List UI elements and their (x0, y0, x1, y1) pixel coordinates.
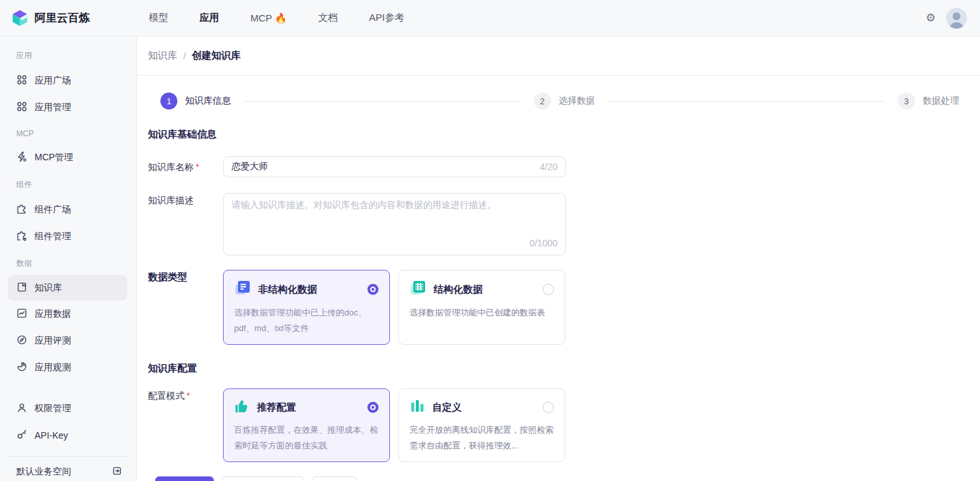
description-char-counter: 0/1000 (529, 238, 557, 248)
step-1-knowledge-base-info: 1 知识库信息 (160, 93, 231, 109)
name-field-label: 知识库名称* (148, 156, 223, 177)
step-1-number: 1 (160, 93, 177, 109)
card-title: 结构化数据 (434, 284, 535, 296)
step-1-label: 知识库信息 (185, 95, 231, 107)
workspace-switcher[interactable]: 默认业务空间 (0, 462, 136, 478)
sidebar-section-apps: 应用 (0, 42, 136, 67)
fire-icon: 🔥 (275, 12, 287, 24)
step-3-data-processing: 3 数据处理 (898, 93, 959, 109)
radio-selected-icon[interactable] (367, 401, 379, 413)
footer-actions: 下一步 创建空知识库 取消 (155, 476, 980, 481)
cancel-button[interactable]: 取消 (312, 476, 357, 481)
sidebar-item-mcp-management[interactable]: MCP管理 (0, 144, 136, 171)
workspace-label: 默认业务空间 (16, 466, 71, 478)
config-mode-label: 配置模式* (148, 388, 223, 462)
settings-gear-icon[interactable]: ⚙ (926, 12, 936, 23)
breadcrumb-separator: / (183, 50, 186, 61)
sidebar-item-app-observation[interactable]: 应用观测 (0, 354, 136, 381)
knowledge-base-name-input[interactable] (223, 156, 566, 177)
card-custom-config[interactable]: 自定义 完全开放的离线知识库配置，按照检索需求自由配置，获得推理效... (398, 388, 565, 462)
sidebar-item-component-management[interactable]: 组件管理 (0, 223, 136, 250)
card-title: 自定义 (432, 401, 535, 414)
sidebar-item-component-plaza[interactable]: 组件广场 (0, 196, 136, 223)
sidebar-item-label: 应用评测 (35, 335, 71, 347)
breadcrumb-parent[interactable]: 知识库 (148, 50, 177, 62)
config-mode-options: 推荐配置 百炼推荐配置，在效果、推理成本、检索时延等方面的最佳实践 自定义 完全… (223, 388, 565, 462)
sidebar-item-label: 应用广场 (35, 75, 71, 87)
step-2-label: 选择数据 (559, 95, 595, 107)
sidebar-item-app-plaza[interactable]: 应用广场 (0, 67, 136, 94)
card-title: 推荐配置 (257, 401, 360, 414)
nav-item-api-reference[interactable]: API参考 (369, 12, 404, 24)
puzzle-icon (16, 203, 27, 216)
create-empty-kb-button[interactable]: 创建空知识库 (222, 476, 304, 481)
step-3-label: 数据处理 (923, 95, 959, 107)
card-title: 非结构化数据 (258, 284, 360, 296)
nav-item-mcp[interactable]: MCP🔥 (250, 12, 287, 24)
card-unstructured-data[interactable]: 非结构化数据 选择数据管理功能中已上传的doc、pdf、md、txt等文件 (223, 270, 390, 345)
sidebar-item-label: API-Key (35, 430, 68, 441)
sidebar-item-label: 权限管理 (35, 403, 71, 415)
card-description: 选择数据管理功能中已创建的数据表 (409, 305, 554, 321)
data-type-label: 数据类型 (148, 270, 223, 345)
radio-selected-icon[interactable] (367, 284, 379, 295)
sidebar-section-components: 组件 (0, 171, 136, 196)
radio-unselected-icon[interactable] (542, 284, 554, 295)
sidebar: 应用 应用广场 应用管理 MCP MCP管理 组件 组件广场 组件管理 数据 知… (0, 36, 137, 481)
name-char-counter: 4/20 (540, 162, 557, 172)
table-icon (409, 280, 426, 299)
form-row-config-mode: 配置模式* 推荐配置 百炼推荐配置，在效果、推理成本、检索时延等方面的最佳实践 … (148, 388, 980, 462)
topbar-right: ⚙ (926, 8, 980, 29)
section-title-config: 知识库配置 (148, 362, 980, 375)
stepper: 1 知识库信息 2 选择数据 3 数据处理 (137, 76, 980, 111)
sidebar-section-data: 数据 (0, 250, 136, 275)
step-2-number: 2 (534, 93, 551, 109)
puzzle-icon (16, 230, 27, 243)
breadcrumb-current: 创建知识库 (192, 50, 241, 62)
main-content: 知识库 / 创建知识库 1 知识库信息 2 选择数据 3 数据处理 知识库基础信… (137, 0, 980, 481)
required-asterisk: * (186, 390, 190, 401)
sidebar-item-app-data[interactable]: 应用数据 (0, 300, 136, 327)
form-row-data-type: 数据类型 非结构化数据 选择数据管理功能中已上传的doc、pdf、md、txt等… (148, 270, 980, 345)
radio-unselected-icon[interactable] (542, 401, 554, 413)
step-3-number: 3 (898, 93, 915, 109)
name-field-wrap: 4/20 (223, 156, 566, 177)
required-asterisk: * (196, 162, 199, 172)
card-description: 选择数据管理功能中已上传的doc、pdf、md、txt等文件 (234, 305, 379, 336)
sidebar-item-knowledge-base[interactable]: 知识库 (8, 275, 127, 300)
breadcrumb: 知识库 / 创建知识库 (137, 36, 980, 76)
next-step-button[interactable]: 下一步 (155, 476, 214, 481)
apps-grid-icon (16, 101, 27, 114)
top-navigation-bar: 阿里云百炼 模型 应用 MCP🔥 文档 API参考 ⚙ (0, 0, 980, 36)
card-recommended-config[interactable]: 推荐配置 百炼推荐配置，在效果、推理成本、检索时延等方面的最佳实践 (223, 388, 390, 462)
card-description: 完全开放的离线知识库配置，按照检索需求自由配置，获得推理效... (409, 422, 554, 454)
sidebar-item-label: 组件广场 (35, 204, 71, 216)
nav-item-apps[interactable]: 应用 (200, 12, 219, 24)
sidebar-section-mcp: MCP (0, 121, 136, 144)
user-avatar[interactable] (946, 8, 967, 29)
sidebar-item-api-key[interactable]: API-Key (0, 422, 136, 448)
card-structured-data[interactable]: 结构化数据 选择数据管理功能中已创建的数据表 (398, 270, 565, 345)
sidebar-spacer (0, 381, 136, 395)
document-icon (234, 280, 251, 299)
sidebar-item-app-evaluation[interactable]: 应用评测 (0, 327, 136, 354)
sidebar-item-label: 知识库 (35, 282, 62, 294)
compass-icon (16, 334, 27, 347)
sidebar-divider (9, 456, 127, 457)
bailian-logo-icon (11, 9, 29, 27)
description-field-wrap: 0/1000 (223, 193, 566, 255)
knowledge-base-description-textarea[interactable] (223, 193, 566, 255)
description-field-label: 知识库描述 (148, 193, 223, 255)
brand-logo[interactable]: 阿里云百炼 (0, 9, 128, 27)
line-chart-icon (16, 308, 27, 321)
step-2-select-data: 2 选择数据 (534, 93, 595, 109)
step-connector (244, 101, 521, 102)
sidebar-item-app-management[interactable]: 应用管理 (0, 94, 136, 121)
form-row-description: 知识库描述 0/1000 (148, 193, 980, 255)
nav-item-docs[interactable]: 文档 (318, 12, 338, 24)
card-description: 百炼推荐配置，在效果、推理成本、检索时延等方面的最佳实践 (234, 422, 379, 454)
lightning-icon (16, 151, 27, 164)
nav-item-models[interactable]: 模型 (149, 12, 168, 24)
bars-icon (409, 398, 425, 416)
sidebar-item-permission-management[interactable]: 权限管理 (0, 395, 136, 422)
